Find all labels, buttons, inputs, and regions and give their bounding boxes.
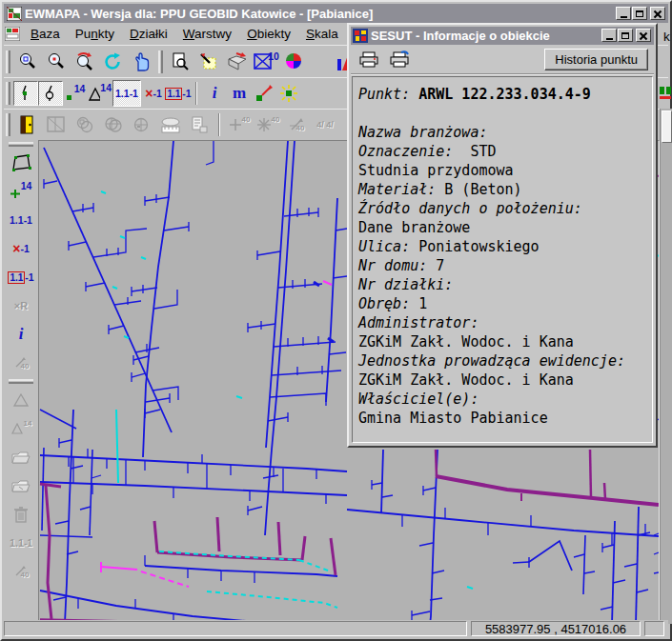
- print-settings-button[interactable]: [387, 48, 412, 70]
- map-network-line: [270, 393, 326, 406]
- dialog-titlebar[interactable]: SESUT - Informacje o obiekcie: [351, 27, 654, 45]
- info-line: Obręb: 1: [358, 294, 646, 313]
- dialog-minimize-button[interactable]: [601, 29, 617, 42]
- vector-disabled-button[interactable]: 40: [7, 557, 35, 586]
- layers-circles3-button[interactable]: [128, 111, 156, 138]
- split-point-button[interactable]: 4/ 4/: [311, 111, 339, 138]
- layers-frame-button[interactable]: [42, 111, 71, 138]
- export-page-button[interactable]: [185, 111, 214, 138]
- scrollbar-thumb[interactable]: [662, 110, 672, 143]
- toolbar-grip[interactable]: [158, 50, 163, 73]
- map-network-line: [40, 591, 246, 621]
- info-line: Jednostka prowadząca ewidencje:: [358, 351, 646, 371]
- triangle-number-button[interactable]: 14: [88, 81, 112, 106]
- sesut-app-icon: [353, 29, 368, 43]
- hide-numbers-button[interactable]: ×-1: [7, 234, 35, 263]
- toolbar-grip[interactable]: [6, 113, 10, 136]
- dialog-title: SESUT - Informacje o obiekcie: [371, 29, 550, 43]
- zoom-point-icon: [46, 51, 67, 72]
- window-title: EWMAPA - Wersja dla: PPU GEOBID Katowice…: [25, 7, 373, 21]
- menu-item-obiekty[interactable]: Obiekty: [239, 25, 298, 43]
- print-preview-button[interactable]: [166, 49, 194, 75]
- hide-numbers-disabled-button[interactable]: 1.1-1: [7, 529, 35, 557]
- delete-button[interactable]: [7, 500, 35, 529]
- layers-circles-button[interactable]: [71, 111, 99, 138]
- triangle-number-side-button[interactable]: 14: [7, 414, 35, 443]
- map-network-line: [248, 507, 262, 511]
- object-mode-button[interactable]: [38, 81, 63, 106]
- move-point-button[interactable]: [252, 81, 276, 106]
- show-numbers-button[interactable]: 1.1-1: [7, 206, 35, 234]
- status-message-panel: [4, 621, 467, 636]
- menu-item-skala[interactable]: Skala: [298, 25, 346, 43]
- redraw-area-icon: [198, 51, 219, 72]
- map-network-line: [145, 410, 160, 413]
- insert-point-button[interactable]: 40: [225, 111, 254, 138]
- triangle-tool-button[interactable]: [7, 386, 35, 414]
- export-page-icon: [189, 115, 210, 134]
- close-button[interactable]: [650, 7, 665, 20]
- dialog-maximize-button[interactable]: [618, 29, 633, 42]
- highlight-point-button[interactable]: [276, 81, 301, 106]
- point-number-button[interactable]: 14: [63, 81, 88, 106]
- add-point-number-button[interactable]: 14: [7, 177, 35, 206]
- map-network-line: [40, 410, 76, 429]
- history-button[interactable]: Historia punktu: [544, 49, 648, 70]
- map-network-line: [613, 580, 625, 583]
- toolbar-grip[interactable]: [9, 379, 33, 384]
- refresh-button[interactable]: [99, 49, 128, 75]
- dialog-close-button[interactable]: [636, 29, 651, 42]
- zoom-window-button[interactable]: [13, 49, 42, 75]
- menu-item-warstwy[interactable]: Warstwy: [175, 25, 239, 43]
- menu-item-dzialki[interactable]: Działki: [122, 25, 175, 43]
- area-select-button[interactable]: [7, 149, 35, 177]
- map-network-line: [132, 288, 157, 291]
- minimize-button[interactable]: [616, 7, 631, 20]
- point-info-button[interactable]: i: [7, 320, 35, 349]
- info-line: Materiał: B (Beton): [358, 180, 646, 199]
- zoom-point-button[interactable]: [42, 49, 71, 75]
- toolbar-grip[interactable]: [6, 82, 10, 105]
- gray-triangle-icon: [12, 392, 30, 408]
- info-line: Administrator:: [358, 313, 646, 332]
- toolbar-grip[interactable]: [9, 142, 33, 147]
- main-titlebar[interactable]: EWMAPA - Wersja dla: PPU GEOBID Katowice…: [4, 4, 668, 23]
- menu-item-baza[interactable]: Baza: [23, 25, 68, 43]
- layers-circles2-button[interactable]: [99, 111, 128, 138]
- renumber-button[interactable]: ×R: [7, 291, 35, 320]
- boxed-numbers-button[interactable]: 1.1-1: [166, 81, 191, 106]
- toolbar-grip[interactable]: [6, 50, 10, 73]
- zoom-previous-button[interactable]: [71, 49, 99, 75]
- map-network-line: [637, 590, 648, 592]
- layers-circles3-icon: [132, 115, 153, 134]
- map-vertical-scrollbar[interactable]: [660, 109, 672, 624]
- open-archive-button[interactable]: [7, 443, 35, 471]
- info-button[interactable]: i: [202, 81, 227, 106]
- pan-button[interactable]: [128, 49, 156, 75]
- measure-button[interactable]: m: [227, 81, 252, 106]
- folder-icon: [10, 477, 31, 494]
- open-archive2-button[interactable]: [7, 471, 35, 500]
- highlight-point-icon: [279, 84, 298, 103]
- boxed-numbers-side-button[interactable]: 1.1-1: [7, 263, 35, 291]
- no-numbers-button[interactable]: ×-1: [141, 81, 166, 106]
- redraw-area-button[interactable]: [194, 49, 223, 75]
- info-line: Źródło danych o położeniu:: [358, 199, 646, 218]
- map-network-line: [120, 236, 125, 238]
- menu-item-punkty[interactable]: Punkty: [68, 25, 122, 43]
- status-extra-panel: [644, 621, 664, 636]
- raster-button[interactable]: 10: [252, 49, 280, 75]
- exit-button[interactable]: [13, 111, 42, 138]
- map-network-line: [112, 287, 117, 289]
- measure-tool-button[interactable]: [156, 111, 185, 138]
- point-mode-button[interactable]: [13, 81, 38, 106]
- print-button[interactable]: [356, 48, 381, 70]
- maximize-button[interactable]: [632, 7, 647, 20]
- point-vector-button[interactable]: 40: [7, 349, 35, 377]
- vector-point-button[interactable]: 40: [282, 111, 311, 138]
- map-network-line: [654, 572, 659, 573]
- insert-star-point-button[interactable]: 40: [254, 111, 282, 138]
- charts-button[interactable]: [280, 49, 309, 75]
- save-view-button[interactable]: [223, 49, 252, 75]
- full-numbers-button[interactable]: 1.1-1: [112, 80, 141, 107]
